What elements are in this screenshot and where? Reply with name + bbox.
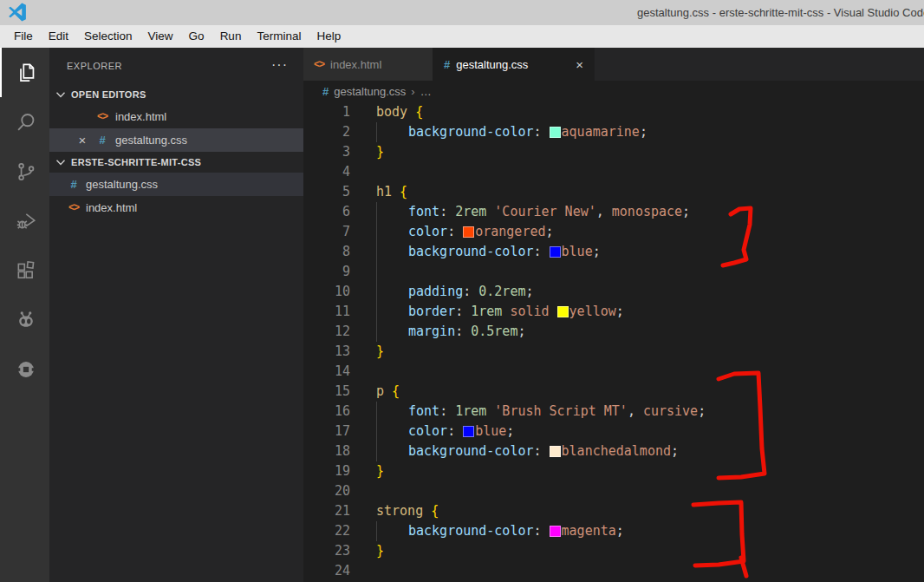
- file-item-gestaltung-css[interactable]: #gestaltung.css: [49, 173, 303, 196]
- menu-item-go[interactable]: Go: [181, 25, 212, 48]
- activity-item-extensions[interactable]: [0, 245, 49, 295]
- tab-index-html[interactable]: <>index.html: [303, 48, 433, 81]
- code-line-6[interactable]: 6font: 2rem 'Courier New', monospace;: [303, 202, 924, 222]
- code-token: ;: [682, 204, 690, 219]
- menu-item-selection[interactable]: Selection: [76, 25, 140, 48]
- code-line-13[interactable]: 13}: [303, 342, 924, 362]
- section-label: OPEN EDITORS: [71, 89, 146, 100]
- code-line-2[interactable]: 2background-color: aquamarine;: [303, 122, 924, 142]
- menu-item-file[interactable]: File: [6, 25, 41, 48]
- line-number: 7: [303, 222, 350, 242]
- code-line-18[interactable]: 18background-color: blanchedalmond;: [303, 441, 924, 461]
- code-line-7[interactable]: 7color: orangered;: [303, 222, 924, 242]
- code-token: padding: [408, 284, 463, 299]
- indent-guide: [376, 402, 408, 422]
- code-token: orangered: [475, 224, 545, 239]
- code-line-21[interactable]: 21strong {: [303, 501, 924, 521]
- code-line-9[interactable]: 9: [303, 262, 924, 282]
- line-number: 8: [303, 242, 350, 262]
- indent-guide: [376, 282, 408, 302]
- file-item-index-html[interactable]: <>index.html: [49, 196, 303, 219]
- code-token: :: [534, 124, 550, 140]
- activity-item-aperture-ext[interactable]: [0, 344, 49, 394]
- file-item-gestaltung-css[interactable]: ×#gestaltung.css: [49, 128, 303, 152]
- code-line-10[interactable]: 10padding: 0.2rem;: [303, 282, 924, 302]
- indent-guide: [376, 302, 408, 322]
- code-line-17[interactable]: 17color: blue;: [303, 422, 924, 441]
- code-line-22[interactable]: 22background-color: magenta;: [303, 521, 924, 541]
- code-editor[interactable]: 1body {2background-color: aquamarine;3}4…: [303, 102, 924, 581]
- section-header-open-editors[interactable]: OPEN EDITORS: [49, 84, 303, 105]
- color-swatch[interactable]: [463, 226, 474, 238]
- code-line-24[interactable]: 24: [303, 561, 924, 581]
- code-token: border: [408, 304, 455, 319]
- code-token: color: [408, 423, 447, 439]
- line-content: background-color: blanchedalmond;: [376, 441, 679, 461]
- file-label: gestaltung.css: [86, 173, 158, 196]
- line-content: body {: [376, 102, 423, 122]
- color-swatch[interactable]: [550, 526, 561, 537]
- code-token: ;: [517, 324, 525, 339]
- line-number: 9: [303, 262, 350, 282]
- line-content: p {: [376, 382, 400, 402]
- menu-item-terminal[interactable]: Terminal: [249, 25, 309, 48]
- activity-item-search[interactable]: [0, 97, 49, 147]
- tab-gestaltung-css[interactable]: #gestaltung.css×: [433, 48, 595, 81]
- menu-item-help[interactable]: Help: [309, 25, 348, 48]
- color-swatch[interactable]: [550, 246, 561, 258]
- code-line-14[interactable]: 14: [303, 362, 924, 382]
- code-token: }: [376, 144, 384, 160]
- file-item-index-html[interactable]: <>index.html: [49, 105, 303, 128]
- activity-item-source-control[interactable]: [0, 147, 49, 196]
- code-line-12[interactable]: 12margin: 0.5rem;: [303, 322, 924, 342]
- line-number: 21: [303, 501, 350, 521]
- code-token: background-color: [408, 244, 534, 259]
- code-token: :: [455, 304, 471, 319]
- code-line-19[interactable]: 19}: [303, 461, 924, 481]
- color-swatch[interactable]: [557, 306, 569, 317]
- code-line-16[interactable]: 16font: 1rem 'Brush Script MT', cursive;: [303, 402, 924, 422]
- code-line-15[interactable]: 15p {: [303, 382, 924, 402]
- code-token: body: [376, 104, 407, 120]
- line-content: font: 2rem 'Courier New', monospace;: [376, 202, 690, 222]
- menu-item-view[interactable]: View: [140, 25, 181, 48]
- vscode-logo-icon: [8, 3, 27, 22]
- code-line-3[interactable]: 3}: [303, 142, 924, 162]
- code-line-20[interactable]: 20: [303, 481, 924, 501]
- code-token: :: [439, 403, 455, 419]
- breadcrumb-more[interactable]: …: [420, 85, 432, 98]
- color-swatch[interactable]: [550, 127, 561, 138]
- color-swatch[interactable]: [463, 426, 474, 437]
- indent-guide: [376, 122, 408, 142]
- code-line-5[interactable]: 5h1 {: [303, 182, 924, 202]
- code-line-11[interactable]: 11border: 1rem solid yellow;: [303, 302, 924, 322]
- activity-item-explorer[interactable]: [0, 48, 49, 97]
- line-content: }: [376, 541, 384, 561]
- sidebar-title-label: EXPLORER: [67, 61, 122, 71]
- line-content: }: [376, 342, 384, 362]
- close-icon[interactable]: ×: [569, 57, 583, 72]
- code-line-1[interactable]: 1body {: [303, 102, 924, 122]
- code-token: 0.5rem: [471, 324, 517, 339]
- aperture-icon: [15, 358, 37, 381]
- section-header-erste-schritte-mit-css[interactable]: ERSTE-SCHRITTE-MIT-CSS: [49, 152, 303, 173]
- code-token: :: [534, 244, 550, 259]
- activity-item-run-debug[interactable]: [0, 196, 49, 245]
- color-swatch[interactable]: [550, 446, 561, 457]
- menu-item-run[interactable]: Run: [212, 25, 250, 48]
- menu-item-edit[interactable]: Edit: [41, 25, 76, 48]
- breadcrumb[interactable]: # gestaltung.css › …: [303, 81, 924, 102]
- line-number: 2: [303, 122, 350, 142]
- line-content: color: orangered;: [376, 222, 554, 242]
- activity-item-alien-ext[interactable]: [0, 295, 49, 344]
- menubar: FileEditSelectionViewGoRunTerminalHelp: [0, 25, 924, 48]
- close-icon[interactable]: ×: [75, 128, 90, 152]
- sidebar-header: EXPLORER ···: [49, 48, 303, 84]
- code-line-4[interactable]: 4: [303, 162, 924, 182]
- code-line-23[interactable]: 23}: [303, 541, 924, 561]
- code-token: color: [408, 224, 447, 239]
- more-actions-icon[interactable]: ···: [271, 48, 288, 84]
- line-content: border: 1rem solid yellow;: [376, 302, 624, 322]
- code-line-8[interactable]: 8background-color: blue;: [303, 242, 924, 262]
- code-token: background-color: [408, 523, 534, 539]
